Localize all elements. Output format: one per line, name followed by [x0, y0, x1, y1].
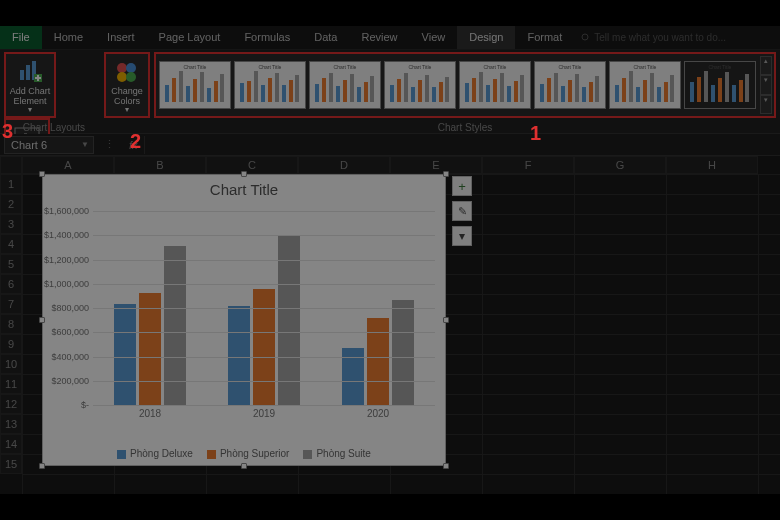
column-header[interactable]: A [22, 156, 114, 174]
row-header[interactable]: 2 [0, 194, 22, 214]
chart-style-thumb[interactable]: Chart Title [159, 61, 231, 109]
column-headers[interactable]: ABCDEFGH [22, 156, 780, 174]
resize-handle[interactable] [443, 317, 449, 323]
row-header[interactable]: 3 [0, 214, 22, 234]
gallery-more-icon[interactable]: ▾ [760, 95, 772, 114]
column-header[interactable]: G [574, 156, 666, 174]
chart-y-axis: $-$200,000$400,000$600,000$800,000$1,000… [45, 211, 91, 405]
resize-handle[interactable] [39, 463, 45, 469]
chart-elements-button[interactable]: + [452, 176, 472, 196]
app-window: FileHomeInsertPage LayoutFormulasDataRev… [0, 26, 780, 494]
column-header[interactable]: H [666, 156, 758, 174]
add-chart-element-button[interactable]: Add ChartElement ▾ [4, 52, 56, 118]
bar[interactable] [228, 306, 250, 405]
chevron-down-icon[interactable]: ▼ [81, 140, 89, 149]
row-header[interactable]: 8 [0, 314, 22, 334]
column-header[interactable]: C [206, 156, 298, 174]
chart-object[interactable]: Chart Title $-$200,000$400,000$600,000$8… [42, 174, 446, 466]
y-tick-label: $1,400,000 [43, 230, 89, 240]
lightbulb-icon [580, 33, 590, 43]
annotation-1: 1 [530, 122, 541, 145]
legend-item[interactable]: Phòng Superior [207, 448, 290, 459]
tab-review[interactable]: Review [349, 26, 409, 49]
chart-style-thumb[interactable]: Chart Title [534, 61, 606, 109]
y-tick-label: $1,200,000 [43, 255, 89, 265]
resize-handle[interactable] [39, 171, 45, 177]
select-all-corner[interactable] [0, 156, 22, 174]
annotation-3: 3 [2, 120, 13, 143]
tab-file[interactable]: File [0, 26, 42, 49]
row-header[interactable]: 4 [0, 234, 22, 254]
y-tick-label: $1,600,000 [43, 206, 89, 216]
svg-point-13 [117, 72, 127, 82]
row-header[interactable]: 15 [0, 454, 22, 474]
y-tick-label: $800,000 [43, 303, 89, 313]
chart-styles-button[interactable]: ✎ [452, 201, 472, 221]
change-colors-button[interactable]: ChangeColors ▾ [104, 52, 150, 118]
bar[interactable] [392, 300, 414, 405]
row-header[interactable]: 10 [0, 354, 22, 374]
column-header[interactable]: B [114, 156, 206, 174]
dropdown-caret-icon: ▾ [28, 106, 32, 114]
column-header[interactable]: D [298, 156, 390, 174]
bar[interactable] [114, 304, 136, 405]
bar[interactable] [139, 293, 161, 405]
x-tick-label: 2018 [93, 408, 207, 419]
chart-plot-area[interactable]: $-$200,000$400,000$600,000$800,000$1,000… [93, 211, 435, 405]
formula-input[interactable] [144, 136, 780, 154]
resize-handle[interactable] [241, 171, 247, 177]
chart-style-thumb[interactable]: Chart Title [384, 61, 456, 109]
tab-format[interactable]: Format [515, 26, 574, 49]
tab-page-layout[interactable]: Page Layout [147, 26, 233, 49]
formula-menu-icon[interactable]: ⋮ [104, 138, 115, 151]
row-header[interactable]: 1 [0, 174, 22, 194]
row-header[interactable]: 5 [0, 254, 22, 274]
chart-filters-button[interactable]: ▾ [452, 226, 472, 246]
row-header[interactable]: 14 [0, 434, 22, 454]
resize-handle[interactable] [241, 463, 247, 469]
y-tick-label: $- [43, 400, 89, 410]
change-colors-icon [111, 58, 143, 86]
y-tick-label: $600,000 [43, 327, 89, 337]
tell-me-search[interactable]: Tell me what you want to do... [580, 26, 726, 49]
bar[interactable] [367, 318, 389, 405]
row-header[interactable]: 11 [0, 374, 22, 394]
resize-handle[interactable] [443, 171, 449, 177]
chart-style-thumb[interactable]: Chart Title [684, 61, 756, 109]
row-headers[interactable]: 123456789101112131415 [0, 174, 22, 494]
row-header[interactable]: 12 [0, 394, 22, 414]
chart-style-thumb[interactable]: Chart Title [234, 61, 306, 109]
row-header[interactable]: 6 [0, 274, 22, 294]
tab-home[interactable]: Home [42, 26, 95, 49]
funnel-icon: ▾ [459, 229, 465, 243]
chart-style-thumb[interactable]: Chart Title [459, 61, 531, 109]
chart-legend[interactable]: Phòng DeluxePhòng SuperiorPhòng Suite [43, 448, 445, 459]
legend-item[interactable]: Phòng Deluxe [117, 448, 193, 459]
chart-title[interactable]: Chart Title [43, 175, 445, 200]
row-header[interactable]: 7 [0, 294, 22, 314]
chart-style-thumb[interactable]: Chart Title [609, 61, 681, 109]
bar[interactable] [253, 289, 275, 405]
row-header[interactable]: 9 [0, 334, 22, 354]
legend-item[interactable]: Phòng Suite [303, 448, 371, 459]
svg-rect-2 [26, 65, 30, 80]
resize-handle[interactable] [443, 463, 449, 469]
tab-data[interactable]: Data [302, 26, 349, 49]
gallery-scroll[interactable]: ▴ ▾ ▾ [760, 56, 772, 114]
column-header[interactable]: E [390, 156, 482, 174]
row-header[interactable]: 13 [0, 414, 22, 434]
gallery-up-icon[interactable]: ▴ [760, 56, 772, 75]
column-header[interactable]: F [482, 156, 574, 174]
chart-style-thumb[interactable]: Chart Title [309, 61, 381, 109]
name-box-value: Chart 6 [11, 139, 47, 151]
name-box[interactable]: Chart 6 ▼ [4, 136, 94, 154]
tab-formulas[interactable]: Formulas [232, 26, 302, 49]
gallery-down-icon[interactable]: ▾ [760, 75, 772, 94]
bar[interactable] [278, 235, 300, 405]
chart-styles-gallery[interactable]: Chart TitleChart TitleChart TitleChart T… [154, 52, 776, 118]
change-colors-label: ChangeColors [111, 86, 143, 106]
tab-insert[interactable]: Insert [95, 26, 147, 49]
tab-view[interactable]: View [410, 26, 458, 49]
tab-design[interactable]: Design [457, 26, 515, 49]
tell-me-placeholder: Tell me what you want to do... [594, 32, 726, 43]
